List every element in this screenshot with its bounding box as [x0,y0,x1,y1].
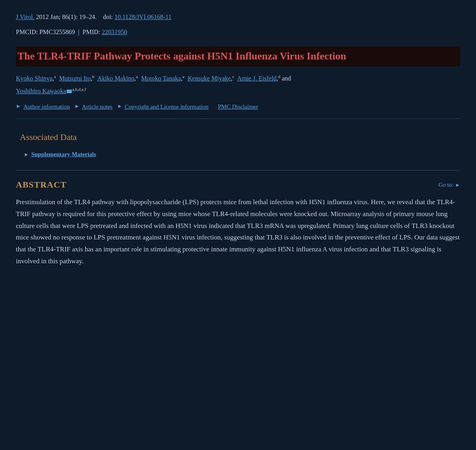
journal-citation-line: J Virol. 2012 Jan; 86(1): 19–24. doi: 10… [16,12,460,22]
doi-label: doi: [103,13,115,20]
arrow-supplementary: ► [24,151,29,157]
goto-label: Go to: [438,182,453,188]
divider-2 [16,170,460,170]
journal-name-link[interactable]: J Virol. [16,13,35,20]
author-akiko-makino[interactable]: Akiko Makino [97,75,134,82]
author-sup-a3: a [182,74,184,79]
authors-line: Kyoko Shinya,a Mutsumi Ito,b Akiko Makin… [16,73,460,84]
journal-citation-text: 2012 Jan; 86(1): 19–24. [35,13,97,20]
author-mutsumi-ito[interactable]: Mutsumi Ito [59,75,91,82]
authors-line-last: Yoshihiro Kawaokaa,b,d,e,f [16,86,460,96]
author-kensuke-miyake[interactable]: Kensuke Miyake [188,75,231,82]
abstract-text: Prestimulation of the TLR4 pathway with … [16,196,460,267]
author-sup-a: a [54,74,56,79]
author-sup-d: d [278,74,280,79]
supplementary-materials-link[interactable]: Supplementary Materials [31,151,96,157]
associated-data-title: Associated Data [16,130,460,144]
goto-arrow-icon: ► [455,182,460,188]
pmc-disclaimer-wrapper: PMC Disclaimer [218,102,258,111]
pmid-label: PMID: [83,29,102,35]
author-sup-c: c [232,74,234,79]
author-information-link[interactable]: Author information [23,102,70,111]
pmcid-pmid-line: PMCID: PMC3255869 | PMID: 22031950 [16,27,460,37]
email-icon [67,90,72,93]
pmid-link[interactable]: 22031950 [102,29,127,35]
arrow-article-notes: ► [75,102,80,111]
pmc-disclaimer-link[interactable]: PMC Disclaimer [218,103,258,110]
copyright-link[interactable]: Copyright and License information [125,102,208,111]
arrow-author-info: ► [16,102,21,111]
author-yoshihiro-kawaoka[interactable]: Yoshihiro Kawaoka [16,88,66,94]
associated-data-section: Associated Data ► Supplementary Material… [16,126,460,163]
author-motoko-tanaka[interactable]: Motoko Tanaka [141,75,181,82]
article-notes-link[interactable]: Article notes [82,102,113,111]
info-links-bar: ► Author information ► Article notes ► C… [16,102,460,111]
author-sup-abdef: a,b,d,e,f [72,87,86,92]
abstract-header-row: ABSTRACT Go to: ► [16,178,460,191]
abstract-title: ABSTRACT [16,178,67,191]
divider-1 [16,119,460,119]
pmcid-text: PMCID: PMC3255869 [16,29,75,35]
author-amie-eisfeld[interactable]: Amie J. Eisfeld [237,75,276,82]
author-kyoko-shinya[interactable]: Kyoko Shinya [16,75,52,82]
doi-link[interactable]: 10.1128/JVI.06168-11 [115,13,172,20]
author-sup-a2: a [136,74,138,79]
article-title: The TLR4-TRIF Pathway Protects against H… [16,46,460,66]
supplementary-link-line: ► Supplementary Materials [16,149,460,159]
goto-link[interactable]: Go to: ► [438,180,460,190]
arrow-copyright: ► [117,102,122,111]
author-sup-b: b [92,74,94,79]
